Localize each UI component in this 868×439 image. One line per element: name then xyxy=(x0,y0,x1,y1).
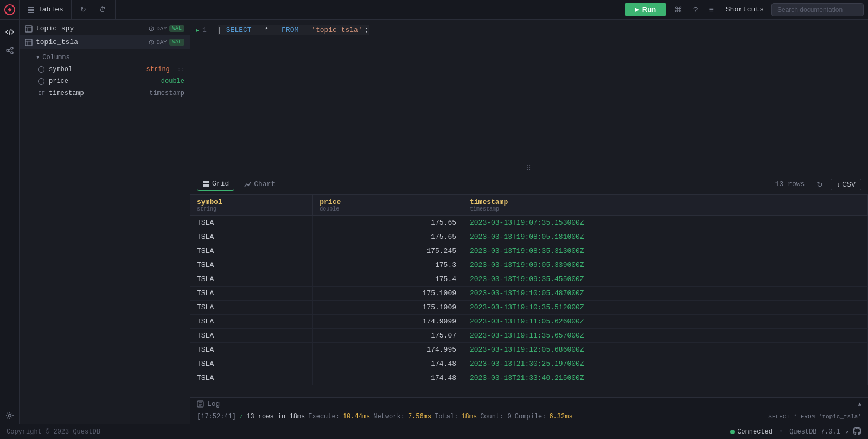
col-type-symbol: string xyxy=(146,66,170,73)
version-label: QuestDB 7.0.1 xyxy=(789,428,840,436)
col-name-timestamp: timestamp xyxy=(49,90,145,97)
table-badges-tsla: DAY WAL xyxy=(149,39,184,46)
svg-point-7 xyxy=(11,52,13,54)
settings-button[interactable]: ≡ xyxy=(704,3,718,17)
refresh-results-button[interactable]: ↻ xyxy=(813,178,826,191)
run-button[interactable]: Run xyxy=(625,3,666,16)
col-resize-symbol[interactable] xyxy=(310,195,312,215)
help-button[interactable]: ? xyxy=(689,3,702,16)
cell-timestamp-10: 2023-03-13T21:30:25.197000Z xyxy=(463,357,868,371)
svg-rect-20 xyxy=(206,181,209,183)
col-header-symbol[interactable]: symbol string xyxy=(190,195,313,216)
csv-download-button[interactable]: ↓ CSV xyxy=(831,179,861,190)
table-body: TSLA175.652023-03-13T19:07:35.153000ZTSL… xyxy=(190,216,868,385)
tab-chart[interactable]: Chart xyxy=(239,178,280,190)
log-query: SELECT * FROM 'topic_tsla' xyxy=(768,413,861,420)
cell-price-0: 175.65 xyxy=(313,216,463,230)
cell-timestamp-3: 2023-03-13T19:09:05.339000Z xyxy=(463,258,868,272)
status-bar: Copyright © 2023 QuestDB Connected • Que… xyxy=(0,424,868,439)
log-content: [17:52:41] ✓ 13 rows in 18ms Execute: 10… xyxy=(190,410,868,424)
top-bar: Tables ↻ ⏱ Run ⌘ ? ≡ Shortcuts xyxy=(0,0,868,20)
copyright-text: Copyright © 2023 QuestDB xyxy=(7,428,100,436)
top-right-actions: ⌘ ? ≡ Shortcuts xyxy=(670,3,864,17)
run-line-icon: ▶ xyxy=(196,27,199,34)
cell-symbol-0: TSLA xyxy=(190,216,313,230)
cell-timestamp-6: 2023-03-13T19:10:35.512000Z xyxy=(463,301,868,315)
nav-settings-icon[interactable] xyxy=(2,408,18,424)
results-area: Grid Chart 13 rows ↻ ↓ CSV xyxy=(190,174,868,424)
sidebar: topic_spy DAY WAL topic_tsla xyxy=(20,20,190,424)
data-table-wrapper[interactable]: symbol string price double timestamp xyxy=(190,195,868,397)
log-execute-val: 10.44ms xyxy=(343,413,370,421)
download-icon: ↓ xyxy=(837,181,840,188)
table-name-tsla: topic_tsla xyxy=(36,38,145,46)
main-area: topic_spy DAY WAL topic_tsla xyxy=(0,20,868,424)
data-table: symbol string price double timestamp xyxy=(190,195,868,385)
log-total-label: Total: xyxy=(435,413,458,421)
share-icon xyxy=(5,46,14,55)
svg-rect-4 xyxy=(28,12,34,13)
col-header-timestamp[interactable]: timestamp timestamp xyxy=(463,195,868,216)
col-resize-price[interactable] xyxy=(461,195,463,215)
editor-area[interactable]: ▶ 1 | SELECT * FROM 'topic_tsla' ; ⠿ xyxy=(190,20,868,174)
cell-symbol-2: TSLA xyxy=(190,244,313,258)
connected-dot xyxy=(730,430,735,434)
tables-button[interactable]: Tables xyxy=(20,0,72,20)
nav-code-icon[interactable] xyxy=(2,24,18,40)
table-icon xyxy=(25,25,33,33)
clock-icon-spy xyxy=(149,26,154,31)
col-subtype-timestamp: timestamp xyxy=(470,206,861,212)
sql-space xyxy=(256,26,260,34)
editor-content: ▶ 1 | SELECT * FROM 'topic_tsla' ; xyxy=(190,20,868,41)
sidebar-item-topic-spy[interactable]: topic_spy DAY WAL xyxy=(20,22,190,35)
editor-line-1[interactable]: | SELECT * FROM 'topic_tsla' ; xyxy=(218,25,369,35)
csv-label: CSV xyxy=(842,181,856,188)
cell-price-3: 175.3 xyxy=(313,258,463,272)
nav-share-icon[interactable] xyxy=(2,42,18,59)
sidebar-item-topic-tsla[interactable]: topic_tsla DAY WAL xyxy=(20,35,190,49)
cell-symbol-1: TSLA xyxy=(190,230,313,244)
tables-label: Tables xyxy=(38,5,63,14)
cell-timestamp-7: 2023-03-13T19:11:05.626000Z xyxy=(463,315,868,329)
log-header[interactable]: Log ▲ xyxy=(190,398,868,410)
log-check-icon: ✓ xyxy=(239,412,243,421)
sql-space3 xyxy=(303,26,307,34)
col-name-price: price xyxy=(49,78,157,85)
cell-symbol-9: TSLA xyxy=(190,343,313,357)
shortcuts-button[interactable]: Shortcuts xyxy=(720,5,769,14)
columns-section: ▾ Columns symbol string :: price double … xyxy=(20,49,190,101)
external-link-icon: ↗ xyxy=(845,429,848,435)
col-header-symbol-text: symbol xyxy=(197,198,222,206)
log-collapse-icon[interactable]: ▲ xyxy=(858,401,861,408)
history-button[interactable]: ⏱ xyxy=(95,3,111,16)
columns-label: Columns xyxy=(42,54,69,61)
col-header-price[interactable]: price double xyxy=(313,195,463,216)
cell-symbol-7: TSLA xyxy=(190,315,313,329)
col-resize-handle[interactable]: :: xyxy=(177,66,184,73)
log-execute-label: Execute: xyxy=(308,413,340,421)
tab-grid[interactable]: Grid xyxy=(197,177,234,191)
cell-price-5: 175.1009 xyxy=(313,287,463,301)
search-documentation-input[interactable] xyxy=(771,3,864,16)
clock-icon-tsla xyxy=(149,40,154,45)
cell-timestamp-0: 2023-03-13T19:07:35.153000Z xyxy=(463,216,868,230)
version-text[interactable]: QuestDB 7.0.1 ↗ xyxy=(789,428,848,436)
logo-area[interactable] xyxy=(0,0,20,20)
tab-chart-label: Chart xyxy=(254,180,275,188)
cell-timestamp-9: 2023-03-13T19:12:05.686000Z xyxy=(463,343,868,357)
shortcuts-icon-btn[interactable]: ⌘ xyxy=(670,3,687,17)
table-row: TSLA175.652023-03-13T19:08:05.181000Z xyxy=(190,230,868,244)
col-resize-timestamp[interactable] xyxy=(865,195,867,215)
clock-icon-2 xyxy=(149,40,154,45)
sql-semicolon: ; xyxy=(365,26,369,34)
line-number: 1 xyxy=(202,26,207,34)
cursor-bar: | xyxy=(218,26,222,34)
col-subtype-symbol: string xyxy=(197,206,306,212)
column-item-timestamp: IF timestamp timestamp xyxy=(30,87,190,99)
table-badges-spy: DAY WAL xyxy=(149,25,184,32)
editor-resize-handle[interactable]: ⠿ xyxy=(521,163,538,174)
github-icon[interactable] xyxy=(853,427,861,437)
cell-timestamp-5: 2023-03-13T19:10:05.487000Z xyxy=(463,287,868,301)
svg-rect-2 xyxy=(28,7,34,8)
refresh-button[interactable]: ↻ xyxy=(76,3,91,16)
